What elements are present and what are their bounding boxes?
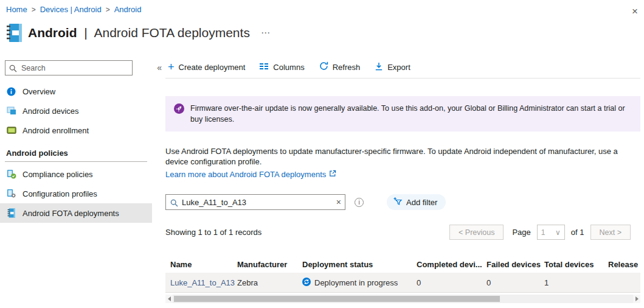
sidebar-section-android-policies: Android policies [0, 140, 152, 161]
column-header-manufacturer[interactable]: Manufacturer [237, 260, 302, 269]
compliance-check-icon [6, 169, 16, 180]
sidebar-item-label: Configuration profiles [23, 189, 97, 198]
create-deployment-label: Create deployment [179, 63, 246, 72]
column-header-completed-devices[interactable]: Completed devi... [417, 260, 486, 269]
page-title: Android | Android FOTA deployments [28, 26, 250, 40]
export-button[interactable]: Export [375, 62, 410, 72]
clear-search-icon[interactable]: × [336, 197, 341, 207]
filter-search-input[interactable] [166, 195, 345, 209]
learn-more-label: Learn more about Android FOTA deployment… [165, 170, 326, 179]
breadcrumb-separator-icon: > [106, 5, 110, 14]
page-title-separator: | [84, 26, 87, 40]
collapse-sidebar-icon[interactable]: « [157, 63, 162, 72]
search-icon [170, 198, 178, 209]
more-options-icon[interactable]: ⋯ [261, 27, 271, 38]
sidebar-item-compliance-policies[interactable]: Compliance policies [0, 164, 152, 184]
sync-in-progress-icon [302, 278, 311, 288]
notebook-icon [5, 23, 23, 43]
column-header-release[interactable]: Release [608, 260, 640, 269]
sidebar-item-label: Compliance policies [23, 170, 93, 179]
records-summary: Showing 1 to 1 of 1 records [165, 228, 261, 237]
breadcrumb-separator-icon: > [32, 5, 36, 14]
sidebar-item-label: Android enrollment [23, 126, 89, 135]
banner-text: Firmware over-the-air update is now gene… [190, 103, 628, 125]
notebook-icon [6, 208, 16, 219]
ga-announcement-banner: Firmware over-the-air update is now gene… [165, 96, 640, 131]
column-header-total-devices[interactable]: Total devices [544, 260, 608, 269]
columns-button[interactable]: Columns [260, 63, 304, 72]
page-header: Android | Android FOTA deployments ⋯ [5, 21, 637, 45]
manufacturer-cell: Zebra [237, 278, 302, 287]
filter-row: × i Add filter [165, 194, 446, 210]
close-icon[interactable]: × [632, 6, 638, 16]
columns-icon [260, 63, 269, 72]
breadcrumb-home[interactable]: Home [6, 5, 27, 14]
rocket-icon [174, 103, 184, 125]
sidebar-divider [5, 161, 147, 162]
page-title-primary: Android [28, 26, 77, 40]
main-content: + Create deployment Columns Refresh Exp [165, 55, 640, 308]
add-filter-button[interactable]: Add filter [387, 194, 446, 210]
refresh-label: Refresh [333, 63, 361, 72]
pagination-bar: Showing 1 to 1 of 1 records < Previous P… [165, 225, 631, 240]
table-header-row: Name Manufacturer Deployment status Comp… [165, 256, 640, 273]
next-page-button[interactable]: Next > [590, 225, 631, 240]
sidebar-item-android-fota-deployments[interactable]: Android FOTA deployments [0, 203, 152, 223]
android-fota-deployments-page: Home > Devices | Android > Android Andro… [0, 0, 644, 308]
toolbar: + Create deployment Columns Refresh Exp [168, 59, 410, 75]
filter-search-box: × [165, 194, 345, 210]
sidebar-nav: Overview Android devices Android enrollm… [0, 82, 152, 223]
sidebar-item-android-devices[interactable]: Android devices [0, 101, 152, 121]
page-number-value: 1 [541, 228, 545, 237]
page-count-label: of 1 [571, 228, 584, 237]
scrollbar-track[interactable] [173, 295, 633, 303]
sidebar-item-overview[interactable]: Overview [0, 82, 152, 101]
scrollbar-thumb[interactable] [174, 296, 500, 302]
deployment-name-link[interactable]: Luke_A11_to_A13 [170, 278, 237, 287]
sidebar-item-android-enrollment[interactable]: Android enrollment [0, 121, 152, 140]
previous-page-button[interactable]: < Previous [449, 225, 504, 240]
pagination-controls: < Previous Page 1 ∨ of 1 Next > [449, 225, 631, 240]
learn-more-link[interactable]: Learn more about Android FOTA deployment… [165, 170, 336, 179]
deployments-table: Name Manufacturer Deployment status Comp… [165, 256, 640, 293]
completed-devices-cell: 0 [417, 278, 486, 287]
scroll-right-icon[interactable] [633, 295, 640, 303]
refresh-icon [319, 61, 328, 72]
plus-icon: + [168, 61, 175, 72]
breadcrumb-android[interactable]: Android [114, 5, 142, 14]
sidebar-item-configuration-profiles[interactable]: Configuration profiles [0, 184, 152, 203]
toolbar-divider [165, 78, 640, 79]
page-title-secondary: Android FOTA deployments [94, 26, 249, 40]
sidebar: « Overview Android devices Android enrol… [0, 55, 152, 308]
profile-gear-icon [6, 189, 16, 199]
deployment-status-label: Deployment in progress [314, 278, 398, 287]
sidebar-item-label: Android devices [23, 107, 79, 116]
breadcrumb: Home > Devices | Android > Android [6, 5, 141, 14]
column-header-deployment-status[interactable]: Deployment status [302, 260, 417, 269]
tablet-icon [6, 125, 16, 136]
info-icon[interactable]: i [355, 198, 364, 207]
deployment-status-cell: Deployment in progress [302, 278, 417, 288]
page-label: Page [512, 228, 530, 237]
create-deployment-button[interactable]: + Create deployment [168, 61, 245, 72]
refresh-button[interactable]: Refresh [319, 61, 361, 72]
column-header-name[interactable]: Name [170, 260, 237, 269]
search-icon [9, 64, 17, 75]
scroll-left-icon[interactable] [165, 295, 173, 303]
table-row[interactable]: Luke_A11_to_A13 Zebra Deployment in prog… [165, 273, 640, 293]
info-circle-icon [6, 86, 16, 97]
add-filter-label: Add filter [406, 198, 437, 207]
intro-text: Use Android FOTA deployments to update m… [165, 147, 629, 167]
page-number-select[interactable]: 1 ∨ [537, 225, 565, 240]
sidebar-search-input[interactable] [5, 60, 133, 75]
sidebar-search-row: « [5, 60, 147, 76]
column-header-failed-devices[interactable]: Failed devices [486, 260, 544, 269]
breadcrumb-devices-android[interactable]: Devices | Android [40, 5, 102, 14]
horizontal-scrollbar[interactable] [165, 295, 640, 303]
sidebar-item-label: Overview [23, 87, 55, 96]
failed-devices-cell: 0 [486, 278, 544, 287]
columns-label: Columns [273, 63, 304, 72]
chevron-down-icon: ∨ [555, 228, 561, 237]
export-icon [375, 62, 383, 72]
total-devices-cell: 1 [544, 278, 608, 287]
